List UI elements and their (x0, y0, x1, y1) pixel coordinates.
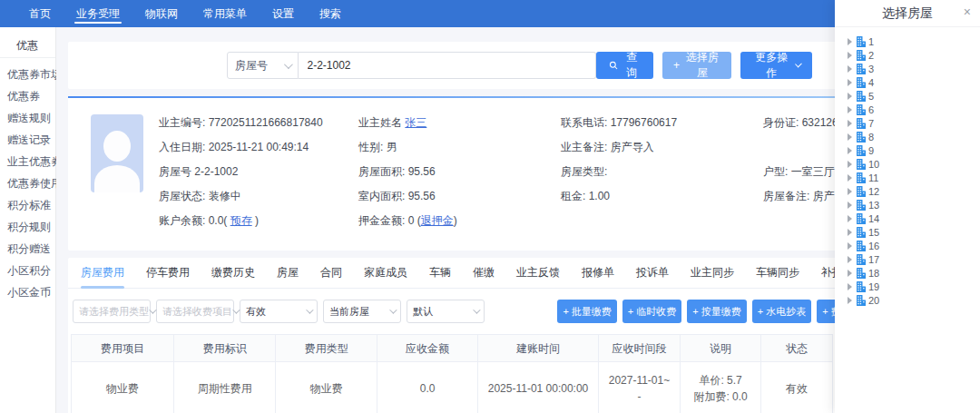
house-number-input[interactable] (299, 52, 596, 79)
building-tree-item[interactable]: 19 (848, 280, 980, 293)
sidebar-item[interactable]: 积分规则 (0, 216, 55, 238)
query-button[interactable]: 查询 (596, 52, 653, 79)
detail-tab[interactable]: 催缴 (473, 258, 495, 289)
caret-right-icon (848, 120, 852, 127)
building-tree-item[interactable]: 18 (848, 266, 980, 280)
building-icon (856, 213, 867, 224)
fee-action-button[interactable]: + 水电抄表 (752, 300, 811, 323)
building-tree-item[interactable]: 12 (848, 184, 980, 198)
sidebar-item[interactable]: 小区积分 (0, 260, 55, 281)
sidebar-item[interactable]: 积分赠送 (0, 238, 55, 260)
owner-info-link[interactable]: 退押金 (421, 214, 454, 227)
building-tree-item[interactable]: 3 (848, 62, 980, 75)
building-tree-item[interactable]: 7 (848, 116, 980, 130)
detail-tab[interactable]: 报修单 (582, 258, 614, 289)
caret-right-icon (848, 283, 852, 290)
owner-info-text: 押金金额: 0 ( (358, 214, 421, 227)
building-tree-item[interactable]: 2 (848, 48, 980, 62)
detail-tab-label: 业主同步 (691, 265, 734, 280)
building-tree-item[interactable]: 16 (848, 239, 980, 252)
fee-table-header-cell: 费用类型 (276, 335, 377, 362)
nav-menu-item[interactable]: 常用菜单 (191, 0, 260, 27)
sidebar-item[interactable]: 积分标准 (0, 194, 55, 216)
building-icon (856, 200, 867, 211)
building-tree: 1 (835, 27, 980, 307)
building-tree-item[interactable]: 1 (848, 34, 980, 48)
nav-menu-item[interactable]: 首页 (16, 0, 64, 27)
owner-info-card: 业主编号: 7720251121666817840 业主姓名 张三 联系电话: … (68, 96, 966, 251)
fee-filter-select[interactable]: 请选择费用类型 (73, 300, 151, 323)
fee-filter-select[interactable]: 有效 (240, 300, 318, 323)
nav-menu-item[interactable]: 设置 (260, 0, 307, 27)
building-tree-label: 20 (868, 295, 879, 306)
sidebar-item[interactable]: 优惠券市场 (0, 64, 55, 85)
close-icon[interactable]: × (964, 5, 971, 18)
owner-info-link[interactable]: 张三 (405, 116, 426, 129)
detail-tab[interactable]: 家庭成员 (364, 258, 407, 289)
building-tree-label: 9 (868, 145, 874, 156)
building-tree-item[interactable]: 13 (848, 198, 980, 211)
detail-tab[interactable]: 车辆同步 (756, 258, 799, 289)
building-tree-item[interactable]: 9 (848, 143, 980, 157)
nav-menu-item[interactable]: 搜索 (307, 0, 354, 27)
building-tree-item[interactable]: 5 (848, 89, 980, 103)
select-house-button[interactable]: + 选择房屋 (662, 52, 731, 79)
detail-tab[interactable]: 车辆 (429, 258, 451, 289)
sidebar-item-label: 业主优惠券 (7, 155, 62, 168)
more-actions-button[interactable]: 更多操作 (740, 52, 812, 79)
search-field-select[interactable]: 房屋号 (227, 52, 299, 79)
fee-table-header-cell: 费用标识 (174, 335, 276, 362)
owner-info-text: 房屋号 2-2-1002 (159, 165, 238, 178)
owner-info-suffix: ) (454, 214, 457, 227)
building-tree-item[interactable]: 15 (848, 225, 980, 239)
building-icon (856, 295, 867, 306)
fee-table-row[interactable]: 物业费 周期性费用 物业费 0.0 2025-11-01 00:00:00 20… (72, 362, 832, 413)
fee-action-button[interactable]: + 临时收费 (622, 300, 681, 323)
sidebar-item[interactable]: 赠送规则 (0, 107, 55, 129)
fee-filter-select[interactable]: 请选择收费项目 (156, 300, 234, 323)
detail-tab[interactable]: 投诉单 (636, 258, 669, 289)
building-icon (856, 159, 867, 170)
nav-menu-item[interactable]: 业务受理 (64, 0, 132, 27)
building-tree-item[interactable]: 11 (848, 171, 980, 184)
building-icon (856, 104, 867, 115)
plus-icon: + (758, 306, 763, 317)
detail-tab[interactable]: 业主反馈 (516, 258, 560, 289)
building-icon (856, 132, 867, 143)
detail-tab[interactable]: 房屋费用 (81, 258, 124, 289)
fee-filter-select[interactable]: 当前房屋 (323, 300, 401, 323)
fee-action-button[interactable]: + 批量缴费 (557, 300, 616, 323)
fee-table-header-cell: 说明 (681, 335, 761, 362)
building-tree-item[interactable]: 4 (848, 75, 980, 89)
top-navbar: 首页 业务受理 物联网 常用菜单 设置 搜索 (0, 0, 980, 27)
sidebar-item[interactable]: 业主优惠券 (0, 151, 55, 172)
fee-action-button[interactable]: + 按量缴费 (687, 300, 746, 323)
sidebar-item[interactable]: 小区金币 (0, 281, 55, 303)
detail-tab-label: 家庭成员 (364, 265, 407, 280)
nav-menu-label: 业务受理 (76, 6, 120, 22)
building-tree-label: 15 (868, 227, 879, 238)
detail-tab[interactable]: 缴费历史 (211, 258, 255, 289)
nav-menu-item[interactable]: 物联网 (132, 0, 191, 27)
building-tree-label: 5 (868, 91, 874, 102)
building-tree-item[interactable]: 17 (848, 252, 980, 266)
fee-filter-select[interactable]: 默认 (407, 300, 485, 323)
plus-icon: + (628, 306, 633, 317)
building-tree-item[interactable]: 14 (848, 211, 980, 225)
detail-tab[interactable]: 合同 (320, 258, 342, 289)
building-tree-item[interactable]: 6 (848, 103, 980, 116)
detail-tab[interactable]: 停车费用 (146, 258, 190, 289)
detail-tab-label: 停车费用 (146, 265, 190, 280)
sidebar-item[interactable]: 优惠券 (0, 85, 55, 107)
sidebar-item[interactable]: 赠送记录 (0, 129, 55, 151)
building-tree-label: 16 (868, 241, 879, 251)
sidebar-item[interactable]: 优惠券使用 (0, 172, 55, 194)
owner-info-link[interactable]: 预存 (230, 214, 252, 227)
building-tree-item[interactable]: 8 (848, 130, 980, 143)
detail-tab[interactable]: 业主同步 (691, 258, 734, 289)
fee-table-header-cell: 建账时间 (478, 335, 598, 362)
building-tree-item[interactable]: 10 (848, 157, 980, 171)
building-tree-item[interactable]: 20 (848, 293, 980, 307)
detail-tab[interactable]: 房屋 (277, 258, 299, 289)
sidebar-item[interactable]: 优惠 (0, 34, 55, 58)
